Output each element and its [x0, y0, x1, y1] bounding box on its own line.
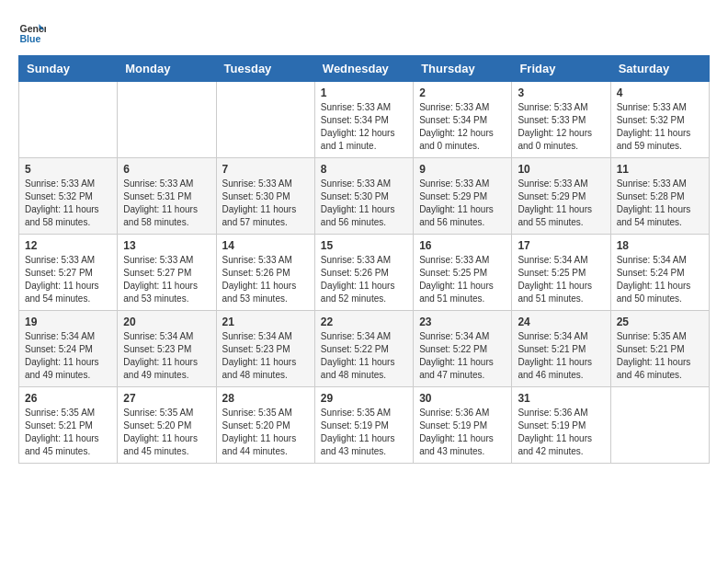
day-number: 28: [222, 392, 309, 405]
calendar-cell: 27Sunrise: 5:35 AM Sunset: 5:20 PM Dayli…: [118, 387, 216, 464]
day-number: 11: [617, 163, 703, 176]
calendar-cell: 18Sunrise: 5:34 AM Sunset: 5:24 PM Dayli…: [610, 235, 709, 311]
day-number: 15: [321, 239, 407, 252]
calendar-cell: 2Sunrise: 5:33 AM Sunset: 5:34 PM Daylig…: [414, 82, 512, 158]
day-info: Sunrise: 5:36 AM Sunset: 5:19 PM Dayligh…: [419, 407, 506, 458]
calendar-cell: 6Sunrise: 5:33 AM Sunset: 5:31 PM Daylig…: [118, 158, 216, 235]
day-info: Sunrise: 5:35 AM Sunset: 5:21 PM Dayligh…: [617, 330, 703, 382]
calendar-cell: 12Sunrise: 5:33 AM Sunset: 5:27 PM Dayli…: [19, 235, 118, 311]
day-number: 7: [222, 163, 309, 176]
day-number: 16: [419, 239, 506, 252]
day-info: Sunrise: 5:35 AM Sunset: 5:21 PM Dayligh…: [25, 407, 111, 458]
calendar-cell: 1Sunrise: 5:33 AM Sunset: 5:34 PM Daylig…: [314, 82, 413, 158]
day-info: Sunrise: 5:35 AM Sunset: 5:20 PM Dayligh…: [222, 407, 309, 458]
day-info: Sunrise: 5:33 AM Sunset: 5:29 PM Dayligh…: [419, 178, 506, 229]
day-number: 18: [617, 239, 703, 252]
day-number: 20: [123, 316, 210, 328]
calendar-cell: 9Sunrise: 5:33 AM Sunset: 5:29 PM Daylig…: [414, 158, 512, 235]
day-number: 17: [518, 239, 604, 252]
day-info: Sunrise: 5:34 AM Sunset: 5:21 PM Dayligh…: [518, 330, 604, 382]
calendar-cell: 29Sunrise: 5:35 AM Sunset: 5:19 PM Dayli…: [314, 387, 413, 464]
day-number: 5: [25, 163, 111, 176]
day-number: 13: [123, 239, 210, 252]
day-info: Sunrise: 5:34 AM Sunset: 5:22 PM Dayligh…: [321, 330, 407, 382]
day-info: Sunrise: 5:33 AM Sunset: 5:26 PM Dayligh…: [321, 254, 407, 305]
day-info: Sunrise: 5:33 AM Sunset: 5:25 PM Dayligh…: [419, 254, 506, 305]
weekday-header-wednesday: Wednesday: [314, 56, 413, 82]
calendar-cell: 19Sunrise: 5:34 AM Sunset: 5:24 PM Dayli…: [19, 311, 118, 387]
calendar-cell: [118, 82, 216, 158]
calendar-cell: 14Sunrise: 5:33 AM Sunset: 5:26 PM Dayli…: [216, 235, 314, 311]
day-info: Sunrise: 5:33 AM Sunset: 5:34 PM Dayligh…: [321, 101, 407, 153]
day-number: 27: [123, 392, 210, 405]
calendar-cell: 7Sunrise: 5:33 AM Sunset: 5:30 PM Daylig…: [216, 158, 314, 235]
calendar-week-row: 12Sunrise: 5:33 AM Sunset: 5:27 PM Dayli…: [19, 235, 710, 311]
page-header: General Blue: [18, 18, 710, 46]
calendar-cell: 28Sunrise: 5:35 AM Sunset: 5:20 PM Dayli…: [216, 387, 314, 464]
day-info: Sunrise: 5:35 AM Sunset: 5:20 PM Dayligh…: [123, 407, 210, 458]
weekday-header-tuesday: Tuesday: [216, 56, 314, 82]
calendar-week-row: 19Sunrise: 5:34 AM Sunset: 5:24 PM Dayli…: [19, 311, 710, 387]
day-info: Sunrise: 5:33 AM Sunset: 5:26 PM Dayligh…: [222, 254, 309, 305]
calendar-table: SundayMondayTuesdayWednesdayThursdayFrid…: [18, 55, 710, 464]
day-number: 3: [518, 86, 604, 99]
day-info: Sunrise: 5:34 AM Sunset: 5:24 PM Dayligh…: [617, 254, 703, 305]
day-number: 2: [419, 86, 506, 99]
day-info: Sunrise: 5:33 AM Sunset: 5:31 PM Dayligh…: [123, 178, 210, 229]
day-info: Sunrise: 5:33 AM Sunset: 5:30 PM Dayligh…: [321, 178, 407, 229]
calendar-week-row: 1Sunrise: 5:33 AM Sunset: 5:34 PM Daylig…: [19, 82, 710, 158]
day-number: 24: [518, 316, 604, 328]
logo: General Blue: [18, 18, 50, 46]
logo-icon: General Blue: [18, 18, 46, 46]
day-number: 23: [419, 316, 506, 328]
day-number: 8: [321, 163, 407, 176]
day-info: Sunrise: 5:34 AM Sunset: 5:22 PM Dayligh…: [419, 330, 506, 382]
calendar-cell: [19, 82, 118, 158]
day-number: 26: [25, 392, 111, 405]
day-info: Sunrise: 5:34 AM Sunset: 5:25 PM Dayligh…: [518, 254, 604, 305]
calendar-cell: 4Sunrise: 5:33 AM Sunset: 5:32 PM Daylig…: [610, 82, 709, 158]
calendar-cell: 16Sunrise: 5:33 AM Sunset: 5:25 PM Dayli…: [414, 235, 512, 311]
day-info: Sunrise: 5:33 AM Sunset: 5:27 PM Dayligh…: [25, 254, 111, 305]
day-number: 10: [518, 163, 604, 176]
weekday-header-sunday: Sunday: [19, 56, 118, 82]
weekday-header-friday: Friday: [512, 56, 610, 82]
calendar-cell: 15Sunrise: 5:33 AM Sunset: 5:26 PM Dayli…: [314, 235, 413, 311]
day-number: 22: [321, 316, 407, 328]
calendar-week-row: 5Sunrise: 5:33 AM Sunset: 5:32 PM Daylig…: [19, 158, 710, 235]
day-info: Sunrise: 5:34 AM Sunset: 5:23 PM Dayligh…: [123, 330, 210, 382]
calendar-cell: 17Sunrise: 5:34 AM Sunset: 5:25 PM Dayli…: [512, 235, 610, 311]
weekday-header-monday: Monday: [118, 56, 216, 82]
calendar-cell: 24Sunrise: 5:34 AM Sunset: 5:21 PM Dayli…: [512, 311, 610, 387]
calendar-cell: 20Sunrise: 5:34 AM Sunset: 5:23 PM Dayli…: [118, 311, 216, 387]
calendar-cell: 5Sunrise: 5:33 AM Sunset: 5:32 PM Daylig…: [19, 158, 118, 235]
calendar-cell: 23Sunrise: 5:34 AM Sunset: 5:22 PM Dayli…: [414, 311, 512, 387]
day-info: Sunrise: 5:33 AM Sunset: 5:32 PM Dayligh…: [617, 101, 703, 153]
day-number: 31: [518, 392, 604, 405]
calendar-cell: 10Sunrise: 5:33 AM Sunset: 5:29 PM Dayli…: [512, 158, 610, 235]
weekday-header-row: SundayMondayTuesdayWednesdayThursdayFrid…: [19, 56, 710, 82]
calendar-cell: 8Sunrise: 5:33 AM Sunset: 5:30 PM Daylig…: [314, 158, 413, 235]
day-number: 1: [321, 86, 407, 99]
day-info: Sunrise: 5:33 AM Sunset: 5:27 PM Dayligh…: [123, 254, 210, 305]
calendar-cell: 11Sunrise: 5:33 AM Sunset: 5:28 PM Dayli…: [610, 158, 709, 235]
day-info: Sunrise: 5:33 AM Sunset: 5:34 PM Dayligh…: [419, 101, 506, 153]
day-info: Sunrise: 5:34 AM Sunset: 5:23 PM Dayligh…: [222, 330, 309, 382]
calendar-cell: 22Sunrise: 5:34 AM Sunset: 5:22 PM Dayli…: [314, 311, 413, 387]
day-info: Sunrise: 5:33 AM Sunset: 5:28 PM Dayligh…: [617, 178, 703, 229]
day-number: 19: [25, 316, 111, 328]
day-number: 6: [123, 163, 210, 176]
day-number: 14: [222, 239, 309, 252]
calendar-cell: 31Sunrise: 5:36 AM Sunset: 5:19 PM Dayli…: [512, 387, 610, 464]
weekday-header-saturday: Saturday: [610, 56, 709, 82]
day-number: 21: [222, 316, 309, 328]
day-info: Sunrise: 5:33 AM Sunset: 5:30 PM Dayligh…: [222, 178, 309, 229]
day-info: Sunrise: 5:36 AM Sunset: 5:19 PM Dayligh…: [518, 407, 604, 458]
day-number: 29: [321, 392, 407, 405]
calendar-cell: 25Sunrise: 5:35 AM Sunset: 5:21 PM Dayli…: [610, 311, 709, 387]
day-info: Sunrise: 5:33 AM Sunset: 5:32 PM Dayligh…: [25, 178, 111, 229]
day-number: 4: [617, 86, 703, 99]
calendar-cell: [610, 387, 709, 464]
calendar-cell: 30Sunrise: 5:36 AM Sunset: 5:19 PM Dayli…: [414, 387, 512, 464]
day-info: Sunrise: 5:33 AM Sunset: 5:33 PM Dayligh…: [518, 101, 604, 153]
